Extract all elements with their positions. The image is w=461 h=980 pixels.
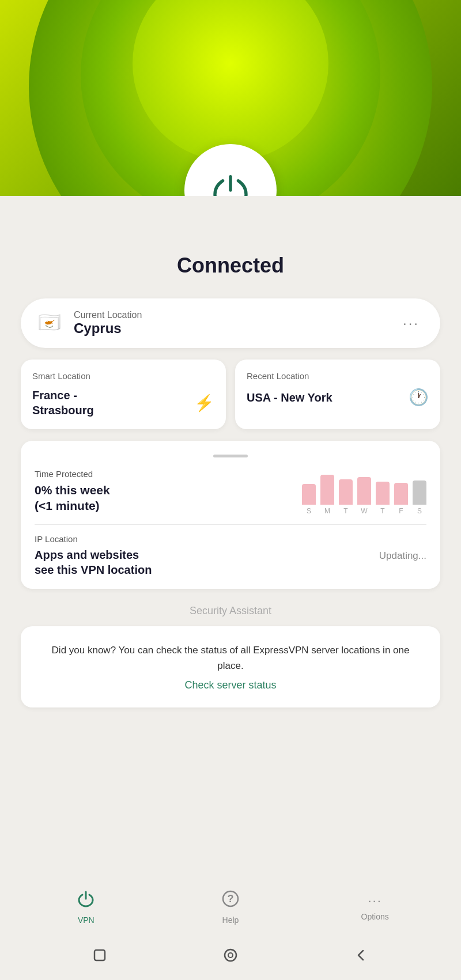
bar-label-f: F [399,507,403,515]
current-location-text: Current Location Cyprus [74,310,389,336]
time-protected-label: Time Protected [35,469,302,479]
recent-location-name: USA - New York [247,390,332,405]
updating-text: Updating... [379,550,426,562]
bar-col-t2: T [376,482,390,515]
drag-handle [213,455,248,457]
current-location-name: Cyprus [74,320,389,336]
bar-col-s1: S [302,484,316,515]
stats-card: Time Protected 0% this week(<1 minute) S… [21,441,440,589]
options-nav-label: Options [361,912,389,921]
ip-location-left: IP Location Apps and websitessee this VP… [35,534,152,577]
help-nav-label: Help [222,915,239,925]
bar-col-w: W [357,477,371,515]
bar-col-t1: T [339,479,353,515]
nav-help[interactable]: ? Help [207,890,254,925]
security-assistant-label: Security Assistant [21,605,440,617]
smart-location-card[interactable]: Smart Location France -Strasbourg ⚡ [21,360,226,429]
bar-f [394,483,408,505]
power-icon [210,169,251,196]
bar-t1 [339,479,353,505]
flag-cyprus: 🇨🇾 [37,313,65,334]
system-nav-bar [0,934,461,980]
smart-location-name: France -Strasbourg [32,388,94,418]
bar-t2 [376,482,390,505]
bar-chart: S M T W [302,469,426,515]
ip-location-section: IP Location Apps and websitessee this VP… [35,534,426,577]
recent-location-label: Recent Location [247,371,429,381]
bar-s1 [302,484,316,505]
options-nav-icon: ··· [368,894,381,909]
smart-location-icon: ⚡ [194,393,214,413]
bar-col-m: M [320,475,334,515]
current-location-label: Current Location [74,310,389,320]
bar-s2 [413,480,426,505]
nav-vpn[interactable]: VPN [63,890,109,925]
info-text: Did you know? You can check the status o… [39,642,422,673]
more-options-button[interactable]: ··· [398,311,424,336]
nav-options[interactable]: ··· Options [352,894,398,921]
time-protected-section: Time Protected 0% this week(<1 minute) [35,469,302,514]
system-nav-home[interactable] [223,948,238,966]
bar-label-t2: T [380,507,384,515]
ip-location-value: Apps and websitessee this VPN location [35,547,152,577]
recent-location-icon: 🕐 [409,388,429,407]
recent-location-bottom: USA - New York 🕐 [247,388,429,407]
svg-point-4 [228,953,233,958]
check-server-status-link[interactable]: Check server status [184,679,276,691]
main-content: Connected 🇨🇾 Current Location Cyprus ···… [0,196,461,721]
svg-rect-2 [95,950,105,960]
bar-label-t1: T [343,507,347,515]
bar-label-w: W [361,507,367,515]
bar-w [357,477,371,505]
hero-section [0,0,461,196]
system-nav-square[interactable] [92,948,107,966]
smart-location-label: Smart Location [32,371,214,381]
flag-emoji: 🇨🇾 [38,313,61,331]
info-card: Did you know? You can check the status o… [21,626,440,707]
help-nav-icon: ? [221,890,240,912]
connected-status: Connected [21,253,440,278]
system-nav-back[interactable] [354,948,369,966]
location-row: Smart Location France -Strasbourg ⚡ Rece… [21,360,440,429]
current-location-card[interactable]: 🇨🇾 Current Location Cyprus ··· [21,298,440,348]
smart-location-bottom: France -Strasbourg ⚡ [32,388,214,418]
bar-label-m: M [324,507,330,515]
svg-point-3 [225,949,236,961]
vpn-nav-label: VPN [78,915,95,925]
bar-m [320,475,334,505]
time-protected-value: 0% this week(<1 minute) [35,482,302,514]
vpn-nav-icon [77,890,95,912]
bar-col-s2: S [413,480,426,515]
bottom-nav: VPN ? Help ··· Options [0,880,461,934]
svg-text:?: ? [227,893,233,905]
bar-label-s1: S [307,507,311,515]
stats-top: Time Protected 0% this week(<1 minute) S… [35,469,426,515]
recent-location-card[interactable]: Recent Location USA - New York 🕐 [235,360,440,429]
ip-location-label: IP Location [35,534,152,544]
bar-label-s2: S [417,507,422,515]
bar-col-f: F [394,483,408,515]
stats-divider [35,524,426,525]
